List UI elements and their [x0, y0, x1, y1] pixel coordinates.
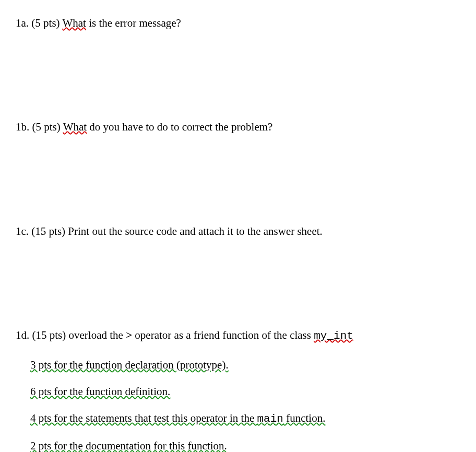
question-label: 1c.	[16, 225, 31, 237]
question-text: is the error message?	[86, 17, 181, 29]
operator-symbol: >	[126, 329, 132, 341]
question-text: do you have to do to correct the problem…	[87, 121, 272, 133]
grammar-word: 3 pts for the function declaration (prot…	[30, 359, 229, 371]
sub-item: 6 pts for the function definition.	[30, 384, 460, 399]
question-text: overload the	[69, 329, 126, 341]
question-label: 1d.	[16, 329, 32, 341]
question-1a: 1a. (5 pts) What is the error message?	[16, 16, 460, 31]
grammar-word: main	[257, 413, 283, 425]
grammar-word: 4 pts for the statements that test this …	[30, 412, 257, 424]
grammar-word: 2 pts for the documentation for this fun…	[30, 439, 227, 452]
sublist: 3 pts for the function declaration (prot…	[16, 358, 460, 452]
grammar-word: 6 pts for the function definition.	[30, 385, 170, 398]
question-points: (15 pts)	[32, 329, 69, 341]
question-text: Print out the source code and attach it …	[68, 225, 323, 237]
question-points: (5 pts)	[32, 121, 63, 133]
question-1d: 1d. (15 pts) overload the > operator as …	[16, 328, 460, 452]
question-1c: 1c. (15 pts) Print out the source code a…	[16, 224, 460, 239]
question-points: (5 pts)	[31, 17, 62, 29]
question-label: 1b.	[16, 121, 32, 133]
question-label: 1a.	[16, 17, 31, 29]
sub-item: 3 pts for the function declaration (prot…	[30, 358, 460, 373]
grammar-word: function.	[283, 412, 325, 424]
question-points: (15 pts)	[31, 225, 68, 237]
sub-item: 4 pts for the statements that test this …	[30, 411, 460, 426]
spellcheck-word: What	[63, 121, 87, 133]
question-text: operator as a friend function of the cla…	[132, 329, 314, 341]
question-1b: 1b. (5 pts) What do you have to do to co…	[16, 120, 460, 135]
class-name: my_int	[314, 330, 353, 342]
sub-item: 2 pts for the documentation for this fun…	[30, 438, 460, 452]
spellcheck-word: What	[62, 17, 86, 29]
